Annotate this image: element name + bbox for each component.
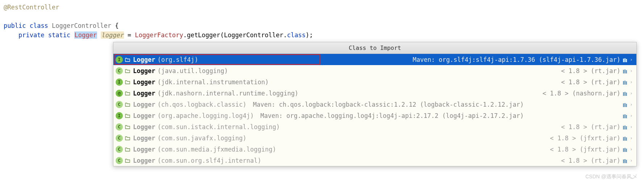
import-right-group: < 1.8 > (nashorn.jar)› — [543, 90, 633, 97]
svg-rect-28 — [624, 159, 626, 163]
import-option[interactable]: CLogger(com.sun.istack.internal.logging)… — [113, 121, 636, 132]
import-popup: Class to Import ILogger(org.slf4j)Maven:… — [113, 42, 637, 166]
import-right-group: › — [623, 113, 633, 118]
import-option[interactable]: CLogger(com.sun.org.slf4j.internal)< 1.8… — [113, 155, 636, 166]
svg-rect-16 — [624, 114, 626, 118]
paren-open: ( — [220, 31, 224, 39]
import-right-group: < 1.8 > (rt.jar)› — [561, 78, 633, 86]
import-package: (jdk.internal.instrumentation) — [157, 78, 269, 86]
import-class-name: Logger — [133, 123, 155, 131]
svg-rect-24 — [623, 148, 624, 152]
dot: . — [183, 31, 187, 39]
import-class-name: Logger — [133, 67, 155, 75]
package-icon — [125, 158, 130, 163]
svg-rect-14 — [626, 104, 627, 107]
import-package: (com.sun.javafx.logging) — [157, 135, 246, 142]
import-right-group: < 1.8 > (rt.jar)› — [561, 67, 633, 75]
unresolved-type[interactable]: Logger — [74, 31, 97, 39]
kw-class-ref: class — [287, 31, 306, 39]
svg-rect-18 — [623, 126, 624, 129]
svg-rect-17 — [626, 115, 627, 118]
package-icon — [125, 69, 130, 73]
package-icon — [125, 125, 130, 129]
code-editor[interactable]: @RestController public class LoggerContr… — [0, 0, 644, 43]
svg-rect-9 — [623, 92, 624, 96]
chevron-right-icon: › — [630, 135, 633, 141]
svg-rect-22 — [624, 137, 626, 141]
import-right-group: < 1.8 > (rt.jar)› — [561, 157, 633, 164]
chevron-right-icon: › — [630, 79, 633, 85]
svg-rect-29 — [626, 160, 627, 163]
svg-rect-4 — [624, 69, 626, 73]
library-icon — [623, 68, 628, 73]
svg-rect-5 — [626, 70, 627, 73]
svg-rect-12 — [623, 103, 624, 107]
package-icon — [125, 147, 130, 152]
import-option[interactable]: CLogger(ch.qos.logback.classic)Maven: ch… — [113, 99, 636, 110]
class-icon: C — [116, 146, 123, 153]
import-option[interactable]: ILogger(org.slf4j)Maven: org.slf4j:slf4j… — [113, 54, 636, 65]
chevron-right-icon: › — [630, 57, 633, 62]
import-right-group: < 1.8 > (jfxrt.jar)› — [550, 135, 633, 142]
import-package: (org.slf4j) — [157, 56, 198, 63]
import-source-inline: Maven: ch.qos.logback:logback-classic:1.… — [253, 101, 524, 108]
import-right-group: < 1.8 > (jfxrt.jar)› — [550, 146, 633, 153]
import-source: Maven: org.slf4j:slf4j-api:1.7.36 (slf4j… — [413, 56, 620, 63]
import-option[interactable]: CLogger(java.util.logging)< 1.8 > (rt.ja… — [113, 65, 636, 76]
kw-class: class — [30, 22, 48, 29]
import-class-name: Logger — [133, 135, 155, 142]
import-package: (jdk.nashorn.internal.runtime.logging) — [157, 90, 298, 97]
import-source-inline: Maven: org.apache.logging.log4j:log4j-ap… — [261, 112, 524, 119]
svg-rect-27 — [623, 159, 624, 163]
import-package: (com.sun.istack.internal.logging) — [157, 123, 280, 131]
library-icon — [623, 124, 628, 129]
svg-rect-2 — [626, 59, 627, 62]
import-source: < 1.8 > (rt.jar) — [561, 123, 620, 131]
chevron-right-icon: › — [630, 68, 633, 73]
popup-list: ILogger(org.slf4j)Maven: org.slf4j:slf4j… — [113, 54, 636, 166]
library-icon — [623, 147, 628, 152]
import-option[interactable]: CLogger(com.sun.media.jfxmedia.logging)<… — [113, 144, 636, 155]
import-class-name: Logger — [133, 112, 155, 119]
svg-rect-23 — [626, 137, 627, 141]
kw-static: static — [48, 31, 70, 39]
kw-private: private — [18, 31, 45, 39]
import-package: (org.apache.logging.log4j) — [157, 112, 254, 119]
import-option[interactable]: ILogger(org.apache.logging.log4j)Maven: … — [113, 110, 636, 121]
import-right-group: < 1.8 > (rt.jar)› — [561, 123, 633, 131]
library-icon — [623, 80, 628, 85]
chevron-right-icon: › — [630, 113, 633, 118]
paren-close: ); — [306, 31, 313, 39]
field-name: logger — [101, 31, 124, 39]
svg-rect-7 — [624, 81, 626, 85]
method-name: getLogger — [187, 31, 220, 39]
svg-rect-3 — [623, 70, 624, 73]
library-icon — [623, 158, 628, 163]
svg-rect-8 — [626, 81, 627, 85]
import-option[interactable]: CLogger(com.sun.javafx.logging)< 1.8 > (… — [113, 132, 636, 144]
package-icon — [125, 114, 130, 118]
package-icon — [125, 91, 130, 95]
library-icon — [623, 136, 628, 141]
chevron-right-icon: › — [630, 102, 633, 107]
import-class-name: Logger — [133, 78, 155, 86]
brace-open: { — [115, 22, 119, 29]
import-option[interactable]: ILogger(jdk.internal.instrumentation)< 1… — [113, 76, 636, 88]
import-right-group: Maven: org.slf4j:slf4j-api:1.7.36 (slf4j… — [413, 56, 633, 63]
equals: = — [124, 31, 135, 39]
library-icon — [623, 91, 628, 96]
import-package: (java.util.logging) — [157, 67, 228, 75]
library-icon — [623, 113, 628, 118]
chevron-right-icon: › — [630, 90, 633, 96]
interface-icon: I — [116, 56, 123, 63]
watermark: CSDN @遇事问春风乄 — [585, 174, 637, 180]
import-class-name: Logger — [133, 101, 155, 108]
library-icon — [623, 57, 628, 62]
svg-rect-25 — [624, 148, 626, 152]
import-option[interactable]: @Logger(jdk.nashorn.internal.runtime.log… — [113, 88, 636, 99]
import-class-name: Logger — [133, 90, 155, 97]
class-icon: C — [116, 123, 123, 131]
interface-icon: I — [116, 78, 123, 86]
annotation-icon: @ — [116, 90, 123, 97]
import-class-name: Logger — [133, 56, 155, 63]
